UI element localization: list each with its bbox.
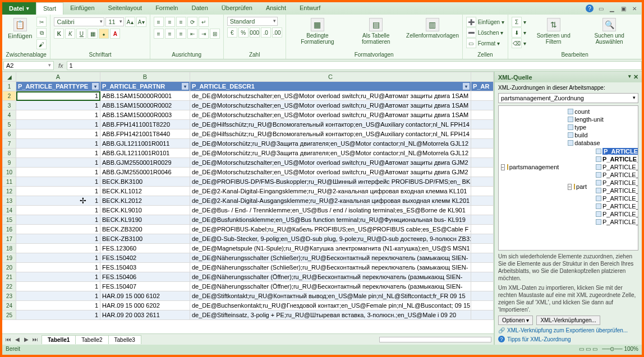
tree-node[interactable]: P_ARTICLE_CRAFT_ELECTRICAL [596, 202, 638, 210]
cell[interactable]: FES.150403 [100, 263, 190, 272]
cell[interactable]: 1 [16, 244, 100, 253]
cell[interactable]: 1 [16, 206, 100, 215]
cell[interactable] [471, 177, 494, 187]
tree-node[interactable]: P_ARTICLE_CRAFT_COOLING [596, 187, 638, 194]
row-header[interactable]: 15 [3, 215, 16, 225]
xml-pane-close-icon[interactable]: ✕ [633, 73, 638, 81]
cell[interactable]: de_DE@2-Kanal-Digital-Ausgangsklemme;ru_… [190, 196, 471, 206]
cell[interactable]: ABB.1SAM150000R0003 [100, 110, 190, 120]
inc-decimal-icon[interactable]: .0 [261, 27, 271, 38]
format-cells-button[interactable]: ▭Format ▾ [466, 38, 504, 48]
cell[interactable]: de_DE@PROFIBUS-DP/FMS-Buskoppler;ru_RU@Ш… [190, 177, 471, 187]
cell[interactable]: 1 [16, 215, 100, 225]
xml-tree[interactable]: − partsmanagement count length-unit type… [498, 105, 638, 251]
name-box[interactable]: A2▾ [3, 61, 54, 70]
merge-icon[interactable]: ⊞ [210, 29, 220, 39]
percent-icon[interactable]: % [238, 27, 249, 38]
align-middle-icon[interactable]: ≡ [165, 17, 175, 27]
cell[interactable] [471, 91, 494, 101]
zoom-controls[interactable]: ▭ ▭ ▭ ──⊙── 100% [579, 346, 638, 354]
indent-inc-icon[interactable]: ⇥ [199, 29, 209, 39]
cell[interactable]: de_DE@PROFIBUS-Kabel;ru_RU@Кабель PROFIB… [190, 225, 471, 234]
table-header-parttype[interactable]: P_ARTICLE_PARTTYPE▾ [16, 82, 100, 91]
thousands-icon[interactable]: 000 [250, 27, 260, 38]
cell[interactable]: FES.150402 [100, 253, 190, 263]
cell-styles-button[interactable]: ▥Zellenformatvorlagen [406, 17, 458, 40]
fill-button[interactable]: ⬇▾ [512, 27, 526, 38]
cell[interactable] [471, 206, 494, 215]
bold-icon[interactable]: K [54, 29, 64, 39]
cell[interactable]: 1 [16, 110, 100, 120]
cell[interactable]: 1 [16, 272, 100, 282]
formula-input[interactable]: 1 [67, 61, 642, 70]
sheet-nav-first-icon[interactable]: ⏮ [4, 336, 12, 342]
tree-node[interactable]: P_ARTICLE_CRAFT_FLUID [596, 210, 638, 218]
tree-node[interactable]: − partsmanagement count length-unit type… [501, 107, 637, 227]
align-bottom-icon[interactable]: ≡ [176, 17, 186, 27]
cell[interactable] [471, 301, 494, 310]
fx-icon[interactable]: fx [55, 62, 67, 69]
tree-node[interactable]: length-unit [568, 115, 638, 123]
cell[interactable]: 1 [16, 101, 100, 110]
row-header[interactable]: 9 [3, 158, 16, 168]
cell[interactable]: de_DE@Näherungsschalter (Öffner);ru_RU@Б… [190, 272, 471, 282]
sheet-tab[interactable]: Tabelle3 [108, 335, 141, 344]
cell[interactable]: BECK.KL9190 [100, 215, 190, 225]
file-menu[interactable]: Datei ▾ [2, 2, 36, 15]
help-icon[interactable]: ? [586, 4, 594, 12]
cell[interactable] [471, 120, 494, 129]
cell[interactable]: 1 [16, 120, 100, 129]
table-header-descr1[interactable]: P_ARTICLE_DESCR1▾ [190, 82, 471, 91]
cell[interactable]: BECK-ZB3100 [100, 234, 190, 244]
cond-format-button[interactable]: ▦Bedingte Formatierung [289, 17, 346, 46]
cell[interactable]: FES.150407 [100, 282, 190, 291]
format-painter-icon[interactable]: 🖌 [36, 39, 47, 49]
cell[interactable]: de_DE@2-Kanal-Digital-Eingangsklemme;ru_… [190, 187, 471, 196]
cell[interactable]: de_DE@Motorschutzschalter;en_US@Motor ov… [190, 101, 471, 110]
tree-node[interactable]: build [568, 131, 638, 139]
cell[interactable] [471, 110, 494, 120]
cell[interactable]: 1 [16, 187, 100, 196]
row-header[interactable]: 7 [3, 139, 16, 149]
cell[interactable]: HAR.09 20 003 2611 [100, 310, 190, 320]
row-header[interactable]: 4 [3, 110, 16, 120]
row-header[interactable]: 8 [3, 149, 16, 158]
cell[interactable]: de_DE@Busfunktionsklemme;en_US@Bus funct… [190, 215, 471, 225]
fill-color-icon[interactable]: ⬥ [99, 29, 109, 39]
cell[interactable]: de_DE@Hilfsschütz;ru_RU@Вспомогательный … [190, 129, 471, 139]
tree-node[interactable]: P_ARTICLE_PARTNR [596, 155, 638, 163]
sheet-tab[interactable]: Tabelle2 [75, 335, 108, 344]
cell[interactable]: 1 [16, 91, 100, 101]
cell[interactable]: 1 [16, 253, 100, 263]
tree-node[interactable]: P_ARTICLE_PARTTYPE [596, 147, 638, 155]
xml-map-combo[interactable]: partsmanagement_Zuordnung▾ [498, 93, 638, 103]
align-right-icon[interactable]: ≡ [176, 29, 186, 39]
cell[interactable]: 1 [16, 177, 100, 187]
minimize-icon[interactable]: ▁ [608, 4, 616, 12]
cell[interactable]: 1 [16, 301, 100, 310]
cell[interactable]: 1 [16, 225, 100, 234]
cell[interactable] [471, 168, 494, 177]
cell[interactable] [471, 187, 494, 196]
tree-node[interactable]: P_ARTICLE_CRAFT_COOLINGLUB [596, 194, 638, 202]
cell[interactable] [471, 310, 494, 320]
row-header[interactable]: 3 [3, 101, 16, 110]
cell[interactable] [471, 215, 494, 225]
cell[interactable]: 1 [16, 149, 100, 158]
cell[interactable]: 1 [16, 196, 100, 206]
cell[interactable]: ABB.GJM2550001R0046 [100, 168, 190, 177]
tree-node[interactable]: P_ARTICLE_CODELETTER [596, 179, 638, 187]
tree-node[interactable]: count [568, 108, 638, 115]
align-left-icon[interactable]: ≡ [154, 29, 164, 39]
cell[interactable] [471, 139, 494, 149]
ribbon-tab-entwurf[interactable]: Entwurf [293, 2, 327, 15]
dec-decimal-icon[interactable]: .00 [272, 27, 282, 38]
cell[interactable] [471, 158, 494, 168]
cell[interactable]: de_DE@Näherungsschalter (Öffner);ru_RU@Б… [190, 282, 471, 291]
tree-node[interactable]: database [568, 139, 638, 147]
row-header[interactable]: 2 [3, 91, 16, 101]
tree-node[interactable]: P_ARTICLE_CRAFT_FLUID_UNDE [596, 218, 638, 226]
row-header[interactable]: 11 [3, 177, 16, 187]
row-header[interactable]: 18 [3, 244, 16, 253]
row-header[interactable]: 23 [3, 291, 16, 301]
